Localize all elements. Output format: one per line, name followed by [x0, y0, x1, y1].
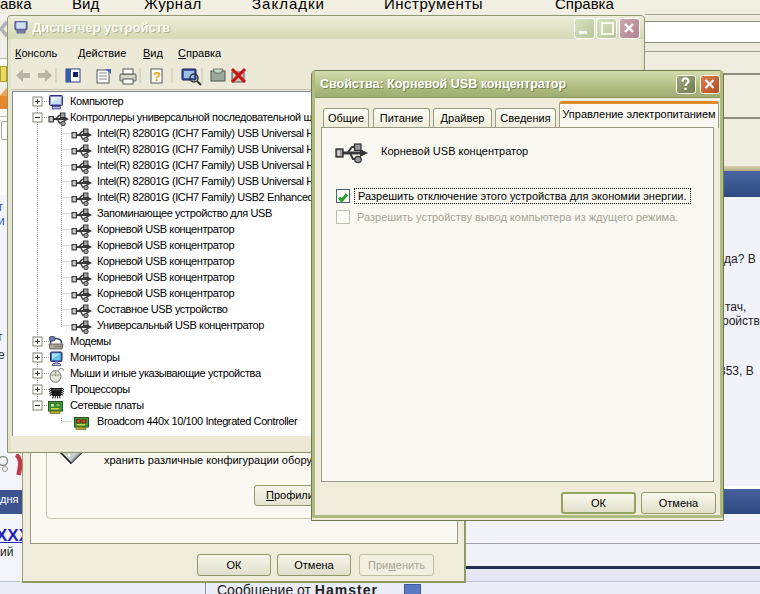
svg-text:Диспетчер устройств: Диспетчер устройств: [32, 20, 170, 35]
svg-text:?: ?: [153, 69, 161, 84]
svg-text:Свойства: Корневой USB концент: Свойства: Корневой USB концентратор: [320, 77, 566, 91]
